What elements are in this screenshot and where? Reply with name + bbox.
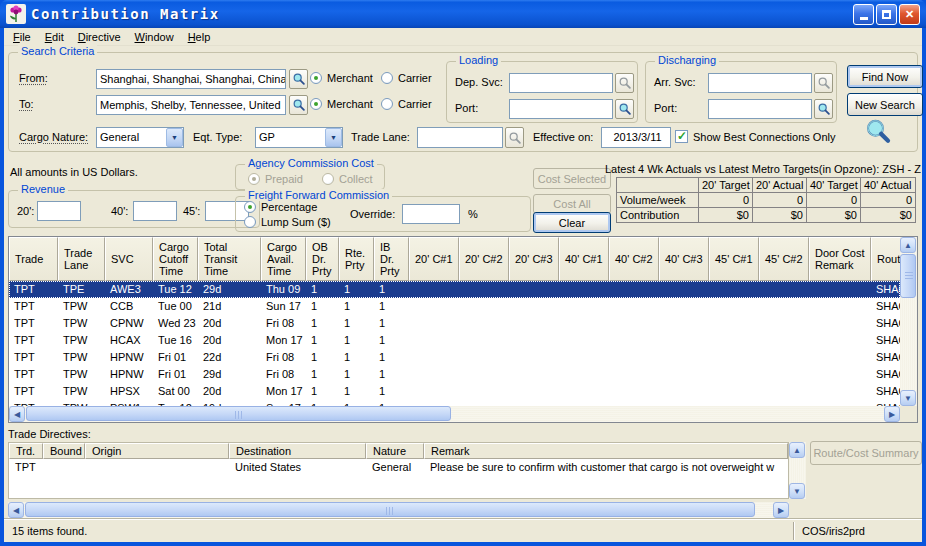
grid-hscroll-thumb[interactable]	[26, 406, 451, 421]
from-input[interactable]: Shanghai, Shanghai, Shanghai, China	[96, 69, 286, 89]
column-header[interactable]: Trade	[9, 237, 58, 281]
grid-vscrollbar[interactable]: ▲ ▼	[900, 237, 917, 406]
grid-vscroll-thumb[interactable]	[900, 254, 916, 298]
table-row[interactable]: TPTTPWHCAXTue 1620dMon 17111SHAC	[9, 332, 900, 349]
arr-svc-search-button[interactable]	[814, 73, 833, 93]
column-header[interactable]: Total Transit Time	[198, 237, 261, 281]
scroll-up-icon[interactable]: ▲	[900, 237, 916, 253]
trade-lane-input[interactable]	[417, 127, 503, 148]
column-header[interactable]: Route	[871, 237, 900, 281]
directives-column-header[interactable]: Trd.	[9, 443, 43, 459]
column-header[interactable]: 40' C#2	[609, 237, 659, 281]
column-header[interactable]: Cargo Avail. Time	[261, 237, 306, 281]
targets-value: 0	[861, 193, 915, 208]
scroll-up-icon[interactable]: ▲	[789, 442, 805, 458]
to-label[interactable]: To:	[19, 98, 34, 110]
trade-lane-search-button[interactable]	[505, 127, 524, 148]
menu-item-window[interactable]: Window	[128, 30, 181, 44]
column-header[interactable]: 20' C#2	[459, 237, 509, 281]
table-row[interactable]: TPTTPWCCBTue 0021dSun 17111SHAC	[9, 298, 900, 315]
column-header[interactable]: 45' C#1	[709, 237, 759, 281]
percentage-radio[interactable]: Percentage	[244, 201, 317, 213]
scroll-left-icon[interactable]: ◀	[8, 502, 24, 518]
collect-radio[interactable]: Collect	[322, 173, 373, 185]
menu-item-edit[interactable]: Edit	[38, 30, 71, 44]
new-search-button[interactable]: New Search	[847, 93, 923, 116]
column-header[interactable]: 20' C#1	[409, 237, 459, 281]
menu-item-directive[interactable]: Directive	[71, 30, 128, 44]
clear-button[interactable]: Clear	[533, 212, 611, 233]
dep-svc-search-button[interactable]	[615, 73, 634, 93]
dep-svc-input[interactable]	[509, 73, 613, 93]
column-header[interactable]: IB Dr. Prty	[374, 237, 409, 281]
chevron-down-icon[interactable]: ▼	[166, 128, 183, 147]
column-header[interactable]: OB Dr. Prty	[306, 237, 339, 281]
from-search-button[interactable]	[289, 69, 308, 89]
directives-column-header[interactable]: Origin	[85, 443, 229, 459]
search-icon	[618, 102, 632, 116]
column-header[interactable]: 45' C#2	[759, 237, 809, 281]
loading-port-search-button[interactable]	[615, 99, 634, 119]
scroll-left-icon[interactable]: ◀	[9, 406, 25, 422]
scroll-down-icon[interactable]: ▼	[900, 390, 916, 406]
cargo-nature-select[interactable]: General ▼	[96, 127, 184, 148]
maximize-button[interactable]	[876, 4, 897, 25]
directives-column-header[interactable]: Remark	[424, 443, 788, 459]
effective-on-input[interactable]: 2013/3/11	[601, 127, 671, 148]
cost-all-button[interactable]: Cost All	[533, 194, 611, 214]
menu-item-file[interactable]: File	[6, 30, 38, 44]
cargo-nature-label[interactable]: Cargo Nature:	[19, 131, 88, 143]
grid-cell: SHAC	[871, 349, 900, 366]
from-merchant-radio[interactable]: Merchant	[310, 72, 373, 84]
scroll-right-icon[interactable]: ▶	[884, 406, 900, 422]
table-row[interactable]: TPTTPWHPNWFri 0122dFri 08111SHAC	[9, 349, 900, 366]
directives-column-header[interactable]: Bound	[43, 443, 85, 459]
override-input[interactable]	[402, 204, 460, 224]
table-row[interactable]: TPTTPWHPNWFri 0129dFri 08111SHAC	[9, 366, 900, 383]
column-header[interactable]: 40' C#1	[559, 237, 609, 281]
chevron-down-icon[interactable]: ▼	[325, 128, 342, 147]
to-carrier-radio[interactable]: Carrier	[381, 98, 432, 110]
column-header[interactable]: Door Cost Remark	[809, 237, 871, 281]
directives-column-header[interactable]: Nature	[366, 443, 424, 459]
best-connections-checkbox[interactable]	[675, 130, 688, 143]
column-header[interactable]: SVC	[105, 237, 153, 281]
grid-hscrollbar[interactable]: ◀ ▶	[9, 406, 900, 422]
table-row[interactable]: TPTUnited StatesGeneralPlease be sure to…	[9, 459, 788, 476]
from-carrier-radio[interactable]: Carrier	[381, 72, 432, 84]
find-now-button[interactable]: Find Now	[847, 65, 923, 88]
directives-column-header[interactable]: Destination	[229, 443, 366, 459]
menu-item-help[interactable]: Help	[181, 30, 218, 44]
directives-hscrollbar[interactable]: ◀ ▶	[8, 502, 789, 518]
revenue-20-input[interactable]	[37, 201, 81, 221]
column-header[interactable]: 20' C#3	[509, 237, 559, 281]
loading-port-input[interactable]	[509, 99, 613, 119]
discharging-port-input[interactable]	[708, 99, 812, 119]
to-merchant-radio[interactable]: Merchant	[310, 98, 373, 110]
directives-vscrollbar[interactable]: ▲ ▼	[789, 442, 806, 499]
column-header[interactable]: 40' C#3	[659, 237, 709, 281]
eqt-type-select[interactable]: GP ▼	[255, 127, 343, 148]
table-row[interactable]: TPTTPEAWE3Tue 1229dThu 09111SHAC	[9, 281, 900, 298]
scroll-right-icon[interactable]: ▶	[773, 502, 789, 518]
to-search-button[interactable]	[289, 95, 308, 115]
revenue-40-input[interactable]	[133, 201, 177, 221]
table-row[interactable]: TPTTPWCPNWWed 2320dFri 08111SHAC	[9, 315, 900, 332]
discharging-port-search-button[interactable]	[814, 99, 833, 119]
lump-sum-radio[interactable]: Lump Sum ($)	[244, 216, 331, 228]
close-icon: ✕	[905, 8, 914, 21]
column-header[interactable]: Rte. Prty	[339, 237, 374, 281]
minimize-button[interactable]	[853, 4, 874, 25]
prepaid-radio[interactable]: Prepaid	[248, 173, 303, 185]
arr-svc-input[interactable]	[708, 73, 812, 93]
from-label[interactable]: From:	[19, 72, 48, 84]
route-cost-summary-button[interactable]: Route/Cost Summary	[810, 441, 922, 465]
cost-selected-button[interactable]: Cost Selected	[533, 168, 611, 189]
close-button[interactable]: ✕	[899, 4, 920, 25]
scroll-down-icon[interactable]: ▼	[789, 483, 805, 499]
column-header[interactable]: Cargo Cutoff Time	[153, 237, 198, 281]
table-row[interactable]: TPTTPWHPSXSat 0020dMon 17111SHAC	[9, 383, 900, 400]
directives-hscroll-thumb[interactable]	[25, 502, 755, 517]
column-header[interactable]: Trade Lane	[58, 237, 105, 281]
to-input[interactable]: Memphis, Shelby, Tennessee, United	[96, 95, 286, 115]
